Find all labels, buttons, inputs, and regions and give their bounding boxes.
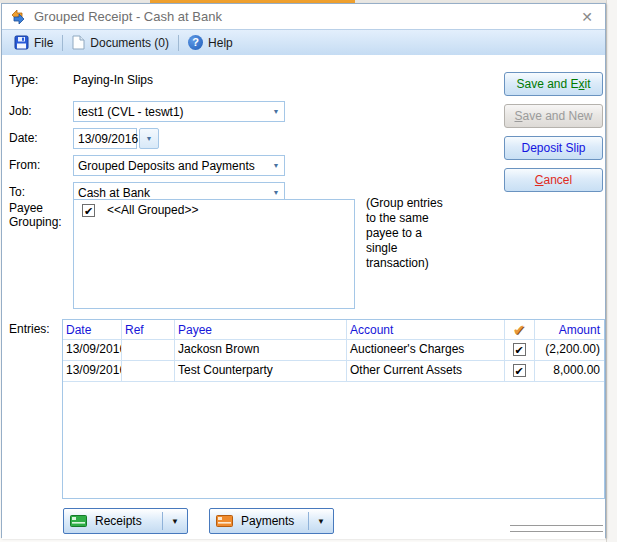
from-label: From: (9, 158, 40, 172)
menu-separator (62, 35, 63, 51)
col-payee[interactable]: Payee (175, 320, 347, 340)
col-ref[interactable]: Ref (122, 320, 175, 340)
save-and-new-button[interactable]: Save and New (504, 104, 603, 128)
app-icon (10, 9, 26, 25)
menu-documents[interactable]: Documents (0) (66, 33, 175, 52)
cell-payee: Test Counterparty (175, 361, 347, 382)
payee-grouping-label: Payee Grouping: (9, 201, 67, 229)
cell-payee: Jackosn Brown (175, 340, 347, 361)
cell-include: ✔ (505, 340, 535, 361)
chevron-down-icon: ▼ (268, 189, 284, 196)
menu-separator (178, 35, 179, 51)
from-value: Grouped Deposits and Payments (78, 159, 268, 173)
entries-label: Entries: (9, 322, 50, 336)
save-floppy-icon (14, 35, 29, 50)
payee-grouping-list[interactable]: ✔ <<All Grouped>> (73, 199, 355, 309)
list-item[interactable]: ✔ <<All Grouped>> (74, 200, 354, 217)
from-combobox[interactable]: Grouped Deposits and Payments ▼ (73, 155, 285, 176)
cancel-button[interactable]: Cancel (504, 168, 603, 192)
button-label: ancel (543, 173, 572, 187)
cell-include: ✔ (505, 361, 535, 382)
cell-date: 13/09/2016 (63, 340, 122, 361)
menu-help[interactable]: ? Help (182, 33, 239, 52)
menu-help-label: Help (208, 36, 233, 50)
cell-ref (122, 340, 175, 361)
deposit-slip-button[interactable]: Deposit Slip (504, 136, 603, 160)
date-value: 13/09/2016 (78, 132, 138, 146)
cell-amount: 8,000.00 (535, 361, 604, 382)
titlebar: Grouped Receipt - Cash at Bank ✕ (2, 4, 605, 29)
receipts-label: Receipts (95, 514, 162, 528)
help-icon: ? (188, 35, 203, 50)
payments-button[interactable]: Payments ▼ (209, 508, 334, 534)
checkbox-checked[interactable]: ✔ (513, 343, 526, 356)
background-strip-right (606, 0, 617, 542)
col-account[interactable]: Account (347, 320, 505, 340)
table-row[interactable]: 13/09/2016 Test Counterparty Other Curre… (63, 361, 604, 382)
checkbox-checked[interactable]: ✔ (82, 204, 95, 217)
to-value: Cash at Bank (78, 186, 268, 200)
screen: Grouped Receipt - Cash at Bank ✕ File (0, 0, 617, 542)
table-row[interactable]: 13/09/2016 Jackosn Brown Auctioneer's Ch… (63, 340, 604, 361)
cell-date: 13/09/2016 (63, 361, 122, 382)
to-label: To: (9, 185, 25, 199)
payee-grouping-note: (Group entries to the same payee to a si… (366, 196, 452, 271)
job-combobox[interactable]: test1 (CVL - teswt1) ▼ (73, 101, 285, 122)
chevron-down-icon[interactable]: ▼ (309, 517, 333, 526)
cell-ref (122, 361, 175, 382)
close-icon[interactable]: ✕ (577, 9, 597, 25)
document-icon (72, 35, 85, 50)
chevron-down-icon: ▼ (268, 162, 284, 169)
dialog-content: Type: Paying-In Slips Job: test1 (CVL - … (2, 55, 605, 539)
window-title: Grouped Receipt - Cash at Bank (34, 9, 577, 24)
date-picker-button[interactable]: ▼ (139, 128, 159, 149)
cell-account: Auctioneer's Charges (347, 340, 505, 361)
checkbox-checked[interactable]: ✔ (513, 364, 526, 377)
type-label: Type: (9, 73, 38, 87)
job-label: Job: (9, 104, 32, 118)
cell-account: Other Current Assets (347, 361, 505, 382)
button-label: Deposit Slip (521, 141, 585, 155)
button-label: ave and New (522, 109, 592, 123)
col-include[interactable]: ✔ (505, 320, 535, 340)
menu-file[interactable]: File (8, 33, 59, 52)
payment-icon (216, 515, 233, 527)
receipt-icon (70, 515, 87, 527)
payee-grouping-item: <<All Grouped>> (107, 203, 198, 217)
button-label: Save and E (516, 77, 578, 91)
entries-table[interactable]: Date Ref Payee Account ✔ Amount 13/09/20… (62, 319, 605, 499)
total-underline (510, 525, 603, 526)
cell-amount: (2,200.00) (535, 340, 604, 361)
grouped-receipt-dialog: Grouped Receipt - Cash at Bank ✕ File (1, 3, 606, 538)
menubar: File Documents (0) ? Help (2, 29, 605, 55)
menu-file-label: File (34, 36, 53, 50)
chevron-down-icon: ▼ (146, 135, 153, 142)
payments-label: Payments (241, 514, 308, 528)
type-value: Paying-In Slips (73, 73, 153, 87)
date-input[interactable]: 13/09/2016 (73, 128, 137, 149)
chevron-down-icon: ▼ (268, 108, 284, 115)
total-underline (510, 531, 603, 532)
col-amount[interactable]: Amount (535, 320, 604, 340)
date-label: Date: (9, 131, 38, 145)
save-and-exit-button[interactable]: Save and Exit (504, 72, 603, 96)
table-header-row: Date Ref Payee Account ✔ Amount (63, 320, 604, 340)
chevron-down-icon[interactable]: ▼ (163, 517, 187, 526)
menu-documents-label: Documents (0) (90, 36, 169, 50)
gold-check-icon: ✔ (513, 323, 526, 337)
col-date[interactable]: Date (63, 320, 122, 340)
button-label: it (585, 77, 591, 91)
receipts-button[interactable]: Receipts ▼ (63, 508, 188, 534)
job-value: test1 (CVL - teswt1) (78, 105, 268, 119)
